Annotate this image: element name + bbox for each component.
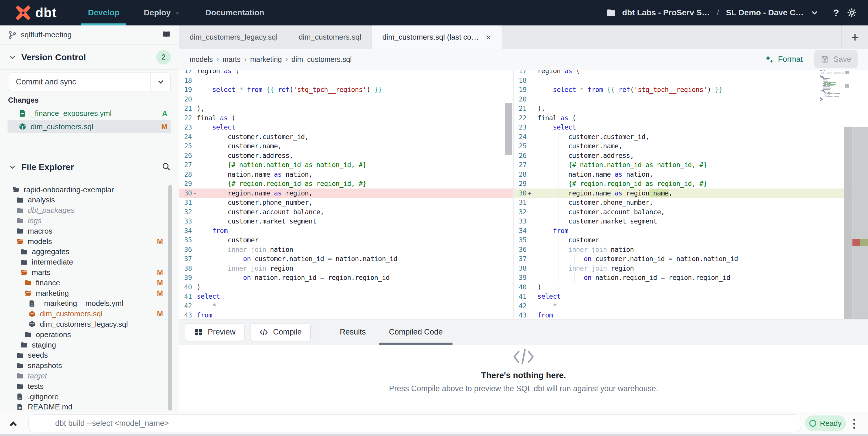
diff-pane-modified[interactable]: 17region as (1819 select * from {{ ref('… [513, 70, 868, 319]
code-line-24: 24 customer.customer_id, [514, 132, 868, 142]
chevron-down-icon [8, 163, 17, 171]
tree-item-models[interactable]: modelsM [0, 236, 174, 246]
commit-options-dropdown[interactable] [150, 73, 170, 91]
editor-scrollbar[interactable] [844, 127, 852, 319]
tree-item-analysis[interactable]: analysis [0, 195, 174, 205]
editor-minimap[interactable] [820, 70, 844, 105]
tree-item-tests[interactable]: tests [0, 381, 174, 391]
nav-item-documentation[interactable]: Documentation [193, 0, 277, 25]
pane-scrollbar-thumb[interactable] [505, 103, 512, 155]
docs-book-icon[interactable] [162, 30, 171, 40]
tree-item-finance[interactable]: financeM [0, 278, 174, 288]
file-tree: rapid-onboarding-exemplaranalysisdbt_pac… [0, 184, 174, 412]
tree-item-macros[interactable]: macros [0, 226, 174, 236]
dbt-logo[interactable]: dbt [15, 5, 57, 21]
dbt-logo-icon [15, 5, 31, 21]
tab-dim-customers-legacy[interactable]: dim_customers_legacy.sql [179, 25, 288, 49]
tab-results[interactable]: Results [328, 319, 377, 345]
breadcrumb-marketing[interactable]: marketing [250, 55, 282, 64]
tree-item-label: macros [28, 227, 52, 236]
code-line-41: 41select [514, 292, 868, 301]
tree-item-marketing[interactable]: marketingM [0, 288, 174, 298]
git-branch-row[interactable]: sqlfluff-meeting [0, 25, 179, 45]
tree-item-staging[interactable]: staging [0, 340, 174, 350]
plus-icon [850, 32, 860, 42]
diff-pane-original[interactable]: 17region as (1819 select * from {{ ref('… [179, 70, 513, 319]
tab-compiled-code[interactable]: Compiled Code [377, 319, 454, 345]
tree-item-logs[interactable]: logs [0, 215, 174, 226]
line-number: 30 [179, 188, 192, 198]
minimap-thumb[interactable] [845, 71, 849, 74]
chevron-down-icon[interactable] [810, 8, 819, 17]
breadcrumb-marts[interactable]: marts [222, 55, 241, 64]
tree-item-rapid-onboarding-exemplar[interactable]: rapid-onboarding-exemplar [0, 184, 174, 195]
breadcrumb-file[interactable]: dim_customers.sql [291, 55, 352, 64]
help-button[interactable]: ? [833, 7, 839, 19]
tree-item-.gitignore[interactable]: .gitignore [0, 391, 174, 402]
git-status-letter: M [157, 268, 163, 277]
tree-item-marts[interactable]: martsM [0, 267, 174, 278]
changed-file-name: _finance_exposures.yml [31, 109, 158, 118]
folder-icon [20, 341, 28, 349]
tree-item-README.md[interactable]: README.md [0, 402, 174, 412]
line-number: 37 [179, 254, 192, 264]
tree-item-dbt_packages[interactable]: dbt_packages [0, 205, 174, 216]
tree-item-dim_customers.sql[interactable]: dim_customers.sqlM [0, 309, 174, 319]
new-tab-button[interactable] [841, 25, 868, 49]
expand-panel-button[interactable] [7, 418, 20, 430]
commit-and-sync-button[interactable]: Commit and sync [8, 72, 171, 91]
tree-item-seeds[interactable]: seeds [0, 350, 174, 360]
tab-dim-customers-last-commit[interactable]: dim_customers.sql (last co… × [372, 25, 502, 49]
chevron-down-icon [174, 9, 181, 16]
sidebar-scrollbar[interactable] [168, 185, 172, 411]
code-line-43: 43from [514, 311, 868, 319]
minimap-thumb[interactable] [845, 84, 849, 88]
version-control-header[interactable]: Version Control 2 [0, 45, 179, 70]
file-icon [16, 393, 24, 401]
folder-open-icon [24, 289, 32, 297]
code-line-20: 20 [179, 94, 513, 104]
search-icon [161, 162, 171, 171]
code-line-36: 36 inner join nation [514, 245, 868, 255]
dbt-command-input[interactable] [28, 414, 801, 432]
compile-button[interactable]: Compile [250, 323, 311, 341]
preview-button[interactable]: Preview [185, 323, 244, 341]
tab-bar-spacer [502, 25, 841, 49]
tree-item-snapshots[interactable]: snapshots [0, 360, 174, 371]
tree-item-intermediate[interactable]: intermediate [0, 257, 174, 267]
folder-open-icon [11, 186, 20, 194]
file-search-button[interactable] [161, 162, 171, 172]
line-number: 17 [179, 70, 192, 76]
nav-item-deploy[interactable]: Deploy [131, 0, 193, 25]
breadcrumb-models[interactable]: models [190, 55, 213, 64]
tree-item-_marketing__models.yml[interactable]: _marketing__models.yml [0, 298, 174, 309]
close-icon[interactable]: × [486, 33, 491, 42]
code-line-31: 31 customer.phone_number, [514, 198, 868, 207]
code-line-32: 32 customer.account_balance, [179, 207, 513, 217]
nav-item-develop[interactable]: Develop [76, 0, 132, 25]
line-number: 42 [514, 301, 526, 311]
file-explorer-header[interactable]: File Explorer [0, 158, 179, 176]
project-name[interactable]: dbt Labs - ProServ S… [622, 8, 710, 17]
tab-dim-customers[interactable]: dim_customers.sql [288, 25, 372, 49]
format-label: Format [778, 55, 803, 64]
diff-editor[interactable]: 17region as (1819 select * from {{ ref('… [179, 70, 868, 319]
changed-file-dim_customers.sql[interactable]: dim_customers.sqlM [7, 120, 172, 133]
kebab-menu-icon[interactable] [851, 417, 857, 431]
save-button[interactable]: Save [814, 50, 858, 68]
code-tags-icon [512, 348, 535, 366]
line-number: 32 [514, 207, 526, 217]
environment-name[interactable]: SL Demo - Dave C… [726, 8, 804, 17]
tree-item-operations[interactable]: operations [0, 329, 174, 340]
branch-name: sqlfluff-meeting [21, 30, 158, 39]
changed-file-_finance_exposures.yml[interactable]: _finance_exposures.ymlA [7, 107, 172, 120]
code-line-23: 23 select [179, 123, 513, 132]
line-number: 34 [179, 226, 192, 236]
tree-item-dim_customers_legacy.sql[interactable]: dim_customers_legacy.sql [0, 319, 174, 329]
tree-item-aggregates[interactable]: aggregates [0, 246, 174, 257]
tree-item-target[interactable]: target [0, 371, 174, 381]
format-button[interactable]: Format [765, 55, 803, 64]
gear-icon[interactable] [847, 8, 857, 17]
line-number: 26 [514, 151, 526, 161]
tree-item-label: rapid-onboarding-exemplar [24, 185, 114, 194]
